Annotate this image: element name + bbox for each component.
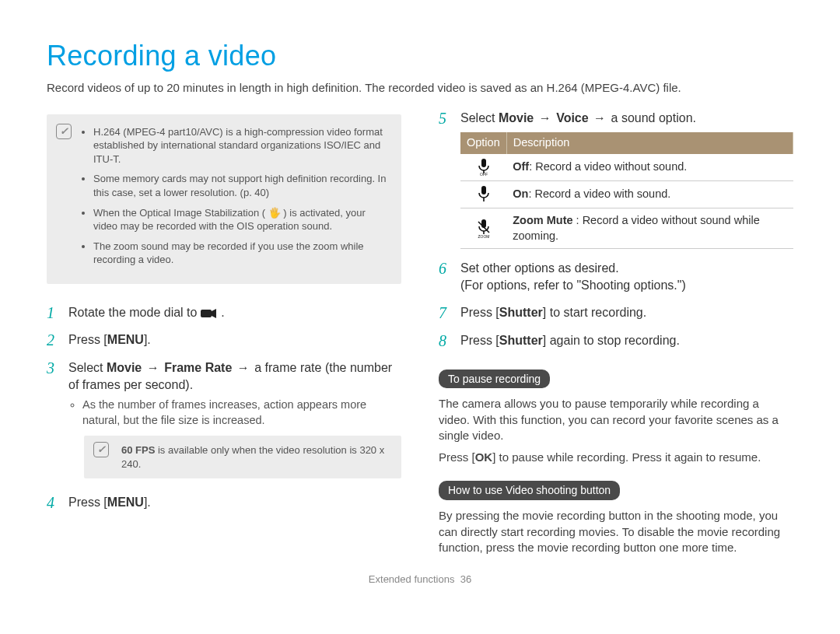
step-text: Rotate the mode dial to — [68, 306, 201, 319]
step-text: Press [ — [460, 306, 499, 319]
info-note-box: ✓ H.264 (MPEG-4 part10/AVC) is a high-co… — [47, 114, 401, 284]
step-text: Select — [68, 361, 107, 374]
svg-rect-0 — [201, 310, 212, 317]
step-text: (For options, refer to "Shooting options… — [460, 278, 686, 292]
step-7: Press [Shutter] to start recording. — [439, 304, 793, 321]
page-footer: Extended functions 36 — [47, 573, 793, 587]
mic-on-icon — [460, 181, 506, 208]
mic-zoom-mute-icon: ZOOM — [460, 208, 506, 249]
col-option: Option — [460, 132, 506, 154]
table-row: On: Record a video with sound. — [460, 181, 793, 208]
step-4: Press [MENU]. — [47, 494, 401, 511]
step-text: Select — [460, 111, 499, 124]
cell-desc: Off: Record a video without sound. — [506, 154, 793, 181]
note-icon: ✓ — [93, 442, 109, 457]
strong: Shutter — [499, 306, 543, 319]
svg-marker-1 — [212, 309, 216, 318]
voice-options-table: Option Description OFF Off: Record a vid… — [460, 132, 793, 249]
svg-rect-5 — [481, 186, 486, 194]
step-text: Press [ — [68, 333, 107, 346]
opt-desc: : Record a video with sound. — [528, 187, 670, 200]
menu-key: MENU — [107, 496, 144, 509]
note-icon: ✓ — [56, 124, 72, 139]
page-title: Recording a video — [47, 37, 793, 75]
step-sublist: As the number of frames increases, actio… — [68, 398, 401, 428]
arrow: → — [142, 361, 164, 374]
info-note-list: H.264 (MPEG-4 part10/AVC) is a high-comp… — [82, 125, 389, 267]
mic-off-icon: OFF — [460, 154, 506, 181]
step-text: . — [221, 306, 224, 319]
arrow: → — [534, 111, 556, 124]
step-text: a sound option. — [611, 111, 696, 124]
note-text: is available only when the video resolut… — [121, 444, 384, 470]
step-6: Set other options as desired. (For optio… — [439, 260, 793, 293]
steps-left: Rotate the mode dial to . Press [MENU]. … — [47, 304, 401, 511]
opt-label: Off — [513, 160, 529, 173]
right-column: Select Movie → Voice → a sound option. O… — [439, 110, 793, 562]
step-8: Press [Shutter] again to stop recording. — [439, 332, 793, 349]
step-text: ]. — [144, 333, 151, 346]
fps-note-box: ✓ 60 FPS is available only when the vide… — [84, 436, 401, 478]
pause-paragraph: The camera allows you to pause temporari… — [439, 396, 793, 443]
step-subitem: As the number of frames increases, actio… — [82, 398, 401, 428]
info-note-item: H.264 (MPEG-4 part10/AVC) is a high-comp… — [93, 125, 389, 166]
step-1: Rotate the mode dial to . — [47, 304, 401, 321]
strong: Movie — [107, 361, 142, 374]
footer-section: Extended functions — [369, 573, 455, 585]
howto-paragraph: By pressing the movie recording button i… — [439, 508, 793, 555]
arrow: → — [589, 111, 611, 124]
step-text: ]. — [144, 496, 151, 509]
table-row: ZOOM Zoom Mute : Record a video without … — [460, 208, 793, 249]
step-text: Press [ — [460, 334, 499, 347]
svg-rect-2 — [481, 159, 486, 167]
pause-paragraph2: Press [OK] to pause while recording. Pre… — [439, 450, 793, 465]
table-row: OFF Off: Record a video without sound. — [460, 154, 793, 181]
step-5: Select Movie → Voice → a sound option. O… — [439, 110, 793, 249]
strong: Movie — [499, 111, 534, 124]
svg-text:ZOOM: ZOOM — [478, 234, 489, 238]
menu-key: MENU — [107, 333, 144, 346]
footer-page-number: 36 — [460, 573, 471, 585]
text: Press [ — [439, 450, 475, 464]
opt-desc: : Record a video without sound. — [529, 160, 687, 173]
cell-desc: Zoom Mute : Record a video without sound… — [506, 208, 793, 249]
arrow: → — [232, 361, 254, 374]
step-text: ] again to stop recording. — [543, 334, 680, 347]
ok-key: OK — [475, 450, 493, 464]
svg-text:OFF: OFF — [480, 172, 488, 176]
howto-heading: How to use Video shooting button — [439, 481, 620, 500]
step-3: Select Movie → Frame Rate → a frame rate… — [47, 359, 401, 478]
info-note-item: When the Optical Image Stabilization ( 🖐… — [93, 206, 389, 233]
strong: 60 FPS — [121, 444, 155, 456]
strong: Voice — [556, 111, 589, 124]
strong: Shutter — [499, 334, 543, 347]
info-note-item: Some memory cards may not support high d… — [93, 172, 389, 199]
mode-dial-video-icon — [201, 306, 221, 319]
strong: Frame Rate — [164, 361, 232, 374]
intro-text: Record videos of up to 20 minutes in len… — [47, 80, 793, 96]
manual-page: Recording a video Record videos of up to… — [0, 0, 840, 594]
text: ] to pause while recording. Press it aga… — [492, 450, 761, 464]
info-note-item: The zoom sound may be recorded if you us… — [93, 240, 389, 267]
step-text: Set other options as desired. — [460, 261, 619, 275]
steps-right: Select Movie → Voice → a sound option. O… — [439, 110, 793, 349]
opt-label: On — [513, 187, 528, 200]
step-2: Press [MENU]. — [47, 331, 401, 349]
col-description: Description — [506, 132, 793, 154]
cell-desc: On: Record a video with sound. — [506, 181, 793, 208]
opt-label: Zoom Mute — [513, 214, 572, 226]
step-text: Press [ — [68, 496, 107, 509]
pause-heading: To pause recording — [439, 370, 550, 389]
step-text: ] to start recording. — [543, 306, 646, 319]
left-column: ✓ H.264 (MPEG-4 part10/AVC) is a high-co… — [47, 110, 401, 562]
